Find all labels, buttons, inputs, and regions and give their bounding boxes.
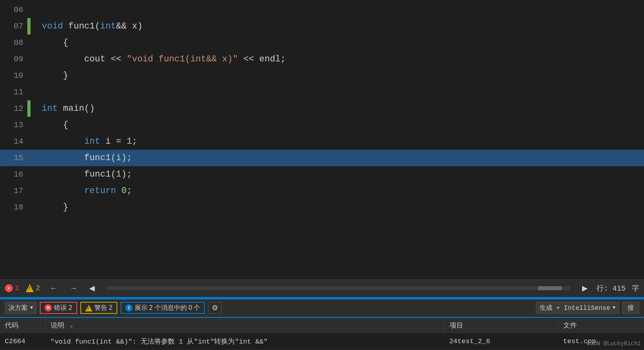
code-line-15: 15 func1(i); bbox=[0, 150, 644, 166]
code-line-08: 08 { bbox=[0, 35, 644, 51]
warn-badge[interactable]: ! 2 bbox=[26, 284, 40, 292]
line-content: int main() bbox=[39, 100, 95, 117]
error-table: 代码 说明 ▲ 项目 文件 C2664 "void bbox=[0, 318, 644, 350]
info-filter-label: 展示 2 个消息中的 0 个 bbox=[135, 304, 200, 312]
error-circle-icon: ✕ bbox=[5, 284, 13, 292]
line-marker bbox=[27, 18, 31, 35]
line-content: func1(1); bbox=[39, 166, 132, 183]
warn-filter-label: 警告 2 bbox=[94, 304, 112, 312]
warn-filter-button[interactable]: ! 警告 2 bbox=[80, 302, 117, 314]
line-number: 16 bbox=[0, 166, 27, 183]
line-content: int i = 1; bbox=[39, 133, 137, 150]
line-content: } bbox=[39, 67, 68, 84]
build-chevron-icon: ▼ bbox=[613, 305, 615, 311]
error-desc-cell: "void func1(int &&)": 无法将参数 1 从"int"转换为"… bbox=[45, 333, 444, 350]
code-line-07: 07 void func1(int&& x) bbox=[0, 18, 644, 35]
filter-icon-button[interactable]: ⚙ bbox=[208, 302, 222, 314]
code-line-18: 18 } bbox=[0, 199, 644, 216]
line-content: } bbox=[39, 199, 68, 216]
line-number: 12 bbox=[0, 100, 27, 117]
code-line-10: 10 } bbox=[0, 67, 644, 84]
build-dropdown[interactable]: 生成 + IntelliSense ▼ bbox=[536, 302, 619, 314]
line-content: func1(i); bbox=[39, 150, 132, 166]
code-line-13: 13 { bbox=[0, 117, 644, 133]
search-label: 搜 bbox=[628, 305, 634, 312]
line-marker bbox=[27, 199, 31, 216]
error-filter-label: 错误 2 bbox=[54, 304, 72, 312]
error-panel-header: 决方案 ▼ ✕ 错误 2 ! 警告 2 i 展示 2 个消息中的 0 个 ⚙ 生… bbox=[0, 299, 644, 317]
status-bar: ✕ 1 ! 2 ← → ◀ ▶ 行: 415 字 bbox=[0, 279, 644, 297]
line-number: 17 bbox=[0, 183, 27, 199]
line-marker bbox=[27, 150, 31, 166]
code-line-12: 12 int main() bbox=[0, 100, 644, 117]
search-button[interactable]: 搜 bbox=[622, 302, 639, 314]
nav-back-button[interactable]: ← bbox=[47, 283, 60, 294]
table-header-row: 代码 说明 ▲ 项目 文件 bbox=[0, 318, 644, 333]
solution-dropdown[interactable]: 决方案 ▼ bbox=[5, 302, 37, 314]
line-marker bbox=[27, 67, 31, 84]
col-file: 文件 bbox=[558, 318, 644, 333]
line-marker bbox=[27, 117, 31, 133]
line-number: 14 bbox=[0, 133, 27, 150]
code-line-06: 06 bbox=[0, 2, 644, 18]
line-number: 10 bbox=[0, 67, 27, 84]
nav-forward-button[interactable]: → bbox=[67, 283, 80, 294]
build-label: 生成 + IntelliSense bbox=[540, 304, 610, 312]
scroll-right-button[interactable]: ▶ bbox=[580, 283, 590, 293]
line-marker bbox=[27, 51, 31, 67]
line-content: { bbox=[39, 35, 68, 51]
line-number: 13 bbox=[0, 117, 27, 133]
warn-icon: ! bbox=[85, 305, 92, 311]
line-number: 07 bbox=[0, 18, 27, 35]
warn-count: 2 bbox=[36, 284, 40, 292]
info-icon: i bbox=[125, 304, 133, 311]
code-line-17: 17 return 0; bbox=[0, 183, 644, 199]
col-desc: 说明 ▲ bbox=[45, 318, 444, 333]
line-marker bbox=[27, 183, 31, 199]
csdn-watermark: CSDN @LuckyRich1 bbox=[587, 340, 641, 347]
warn-triangle-icon: ! bbox=[26, 284, 34, 292]
code-lines: 06 07 void func1(int&& x) 08 { 09 cout <… bbox=[0, 0, 644, 279]
chevron-down-icon: ▼ bbox=[30, 305, 33, 311]
error-filter-button[interactable]: ✕ 错误 2 bbox=[40, 302, 77, 314]
line-marker bbox=[27, 35, 31, 51]
line-marker bbox=[27, 133, 31, 150]
error-icon: ✕ bbox=[45, 304, 52, 311]
horizontal-scrollbar[interactable] bbox=[107, 286, 570, 290]
scroll-left-button[interactable]: ◀ bbox=[87, 283, 97, 293]
scrollbar-thumb bbox=[538, 286, 562, 290]
char-label: 字 bbox=[632, 283, 639, 293]
filter-icon: ⚙ bbox=[212, 304, 218, 312]
line-marker bbox=[27, 2, 31, 18]
code-line-11: 11 bbox=[0, 84, 644, 100]
line-marker bbox=[27, 100, 31, 117]
code-line-16: 16 func1(1); bbox=[0, 166, 644, 183]
line-number: 15 bbox=[0, 150, 27, 166]
line-content: { bbox=[39, 117, 68, 133]
error-badge[interactable]: ✕ 1 bbox=[5, 284, 19, 292]
line-number: 18 bbox=[0, 199, 27, 216]
error-project-cell: 24test_2_6 bbox=[444, 333, 558, 350]
code-line-09: 09 cout << "void func1(int&& x)" << endl… bbox=[0, 51, 644, 67]
line-number: 11 bbox=[0, 84, 27, 100]
col-project: 项目 bbox=[444, 318, 558, 333]
line-number: 08 bbox=[0, 35, 27, 51]
info-filter-button[interactable]: i 展示 2 个消息中的 0 个 bbox=[121, 302, 205, 314]
error-code-cell: C2664 bbox=[0, 333, 45, 350]
code-editor: 06 07 void func1(int&& x) 08 { 09 cout <… bbox=[0, 0, 644, 279]
error-panel: 代码 说明 ▲ 项目 文件 C2664 "void bbox=[0, 317, 644, 350]
code-line-14: 14 int i = 1; bbox=[0, 133, 644, 150]
line-content: return 0; bbox=[39, 183, 132, 199]
line-marker bbox=[27, 84, 31, 100]
cursor-position: 行: 415 bbox=[597, 283, 626, 293]
line-content: void func1(int&& x) bbox=[39, 18, 143, 35]
line-content: cout << "void func1(int&& x)" << endl; bbox=[39, 51, 286, 67]
error-count: 1 bbox=[15, 284, 19, 292]
solution-label: 决方案 bbox=[8, 304, 28, 312]
sort-asc-icon: ▲ bbox=[70, 324, 73, 329]
col-code: 代码 bbox=[0, 318, 45, 333]
line-number: 09 bbox=[0, 51, 27, 67]
table-row[interactable]: C2664 "void func1(int &&)": 无法将参数 1 从"in… bbox=[0, 333, 644, 350]
line-marker bbox=[27, 166, 31, 183]
line-number: 06 bbox=[0, 2, 27, 18]
